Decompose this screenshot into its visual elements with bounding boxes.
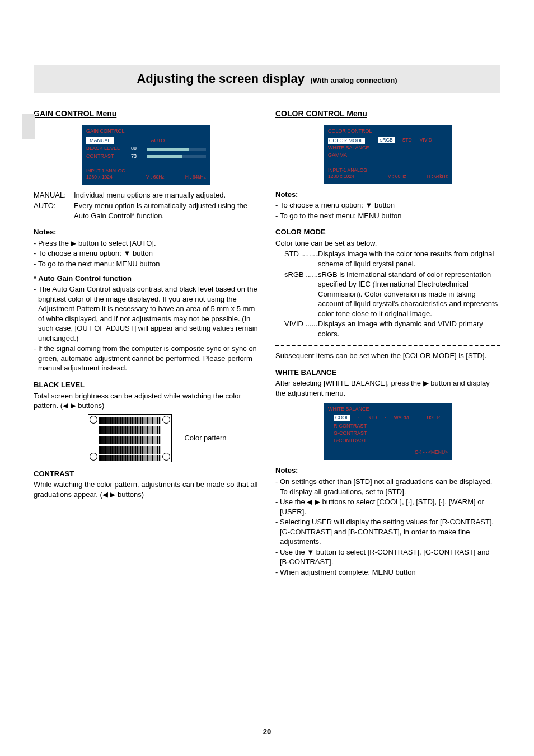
- osd-status: INPUT-1 ANALOG1280 x 1024 V : 60Hz H : 6…: [328, 167, 448, 180]
- pattern-label: Color pattern: [184, 433, 226, 443]
- list-item: When adjustment complete: MENU button: [275, 567, 500, 577]
- list-item: The Auto Gain Control adjusts contrast a…: [34, 284, 259, 343]
- agc-list: The Auto Gain Control adjusts contrast a…: [34, 284, 259, 373]
- osd-slider: [147, 155, 206, 158]
- osd-opt-cool: COOL: [334, 415, 350, 421]
- osd-opt-warm: WARM: [394, 415, 409, 421]
- dashed-separator: [275, 345, 500, 346]
- osd-tab-manual: MANUAL: [86, 137, 114, 145]
- osd-input: INPUT-1 ANALOG: [86, 168, 125, 173]
- osd-ok: OK ··· <MENU>: [328, 449, 448, 456]
- osd-gain-control: GAIN CONTROL MANUAL AUTO BLACK LEVEL 88 …: [82, 125, 210, 185]
- def-val: Individual menu options are manually adj…: [74, 190, 259, 200]
- osd-title: GAIN CONTROL: [86, 128, 206, 135]
- contrast-heading: CONTRAST: [34, 469, 259, 479]
- list-item: On settings other than [STD] not all gra…: [275, 477, 500, 496]
- osd-item-r-contrast: R-CONTRAST: [334, 423, 448, 430]
- osd-label: BLACK LEVEL: [86, 145, 131, 152]
- agc-heading: * Auto Gain Control function: [34, 274, 259, 284]
- color-mode-intro: Color tone can be set as below.: [275, 238, 500, 248]
- osd-opt-vivid: VIVID: [420, 137, 432, 143]
- white-balance-body: After selecting [WHITE BALANCE], press t…: [275, 378, 500, 398]
- list-item: Selecting USER will display the setting …: [275, 517, 500, 547]
- osd-opt-srgb: sRGB: [378, 137, 395, 143]
- osd-tabs: MANUAL AUTO: [86, 137, 206, 145]
- osd-row-contrast: CONTRAST 73: [86, 153, 206, 160]
- black-level-heading: BLACK LEVEL: [34, 380, 259, 390]
- osd-label: CONTRAST: [86, 153, 131, 160]
- def-key: AUTO:: [34, 201, 74, 220]
- notes-heading: Notes:: [275, 190, 500, 200]
- list-item: To choose a menu option: ▼ button: [275, 200, 500, 210]
- osd-item-color-mode: COLOR MODE: [328, 138, 365, 144]
- notes-heading: Notes:: [34, 227, 259, 237]
- osd-input: INPUT-1 ANALOG: [328, 167, 367, 173]
- osd-vfreq: V : 60Hz: [146, 174, 165, 180]
- list-item: sRGB ....... sRGB is international stand…: [284, 270, 500, 319]
- osd-opt-dot: ·: [358, 415, 359, 421]
- list-item: To choose a menu option: ▼ button: [34, 248, 259, 259]
- color-mode-list: STD ......... Displays image with the co…: [275, 249, 500, 339]
- osd-opt-std: STD: [402, 137, 412, 143]
- osd-title: WHITE BALANCE: [328, 406, 448, 413]
- list-item: Use the ▼ button to select [R-CONTRAST],…: [275, 547, 500, 567]
- list-item: VIVID ....... Displays an image with dyn…: [284, 319, 500, 339]
- white-balance-heading: WHITE BALANCE: [275, 368, 500, 378]
- osd-item-g-contrast: G-CONTRAST: [334, 430, 448, 437]
- black-level-body: Total screen brightness can be adjusted …: [34, 391, 259, 411]
- subsequent-note: Subsequent items can be set when the [CO…: [275, 351, 500, 361]
- color-mode-heading: COLOR MODE: [275, 227, 500, 237]
- list-item: If the signal coming from the computer i…: [34, 344, 259, 373]
- osd-res: 1280 x 1024: [86, 174, 113, 180]
- osd-vfreq: V : 60Hz: [388, 173, 406, 180]
- page-number: 20: [0, 727, 534, 736]
- osd-opt-dot: ·: [385, 415, 386, 421]
- osd-value: 73: [131, 153, 144, 160]
- document-page: Adjusting the screen display (With analo…: [0, 0, 534, 756]
- def-key: MANUAL:: [34, 190, 74, 200]
- notes-list: To choose a menu option: ▼ button To go …: [275, 200, 500, 220]
- list-item: To go to the next menu: MENU button: [34, 259, 259, 269]
- osd-tab-auto: AUTO: [148, 137, 168, 145]
- osd-title: COLOR CONTROL: [328, 128, 448, 135]
- osd-res: 1280 x 1024: [328, 173, 354, 179]
- osd-hfreq: H : 64kHz: [185, 174, 206, 180]
- list-item: Use the ◀ ▶ buttons to select [COOL], [·…: [275, 497, 500, 516]
- osd-hfreq: H : 64kHz: [427, 173, 448, 180]
- osd-wb-options: COOL · STD · WARM USER: [334, 415, 448, 421]
- osd-slider: [147, 148, 206, 151]
- wb-notes-heading: Notes:: [275, 466, 500, 476]
- def-auto: AUTO: Every menu option is automatically…: [34, 201, 259, 220]
- pattern-box: [88, 414, 172, 462]
- left-column: GAIN CONTROL Menu GAIN CONTROL MANUAL AU…: [34, 109, 259, 581]
- list-item: STD ......... Displays image with the co…: [284, 249, 500, 269]
- osd-white-balance: WHITE BALANCE COOL · STD · WARM USER R-C…: [324, 403, 452, 461]
- osd-row-black-level: BLACK LEVEL 88: [86, 145, 206, 152]
- two-column-layout: GAIN CONTROL Menu GAIN CONTROL MANUAL AU…: [34, 109, 500, 581]
- side-tab: [22, 114, 35, 139]
- def-val: Every menu option is automatically adjus…: [74, 201, 259, 220]
- osd-item-white-balance: WHITE BALANCE: [328, 145, 378, 152]
- osd-item-b-contrast: B-CONTRAST: [334, 438, 448, 444]
- def-manual: MANUAL: Individual menu options are manu…: [34, 190, 259, 200]
- osd-opt-std: STD: [367, 415, 377, 421]
- list-item: Press the ▶ button to select [AUTO].: [34, 238, 259, 248]
- contrast-body: While watching the color pattern, adjust…: [34, 480, 259, 499]
- page-title: Adjusting the screen display: [137, 72, 305, 86]
- osd-color-control: COLOR CONTROL COLOR MODE WHITE BALANCE G…: [324, 125, 452, 184]
- osd-opt-user: USER: [427, 415, 440, 421]
- color-control-heading: COLOR CONTROL Menu: [275, 109, 500, 119]
- leader-line: [170, 438, 181, 438]
- gain-control-heading: GAIN CONTROL Menu: [34, 109, 259, 119]
- osd-options: sRGB STD VIVID: [378, 137, 432, 143]
- notes-list: Press the ▶ button to select [AUTO]. To …: [34, 238, 259, 269]
- page-subtitle: (With analog connection): [310, 76, 397, 84]
- title-bar: Adjusting the screen display (With analo…: [34, 65, 500, 93]
- color-pattern-figure: Color pattern: [56, 414, 259, 462]
- list-item: To go to the next menu: MENU button: [275, 211, 500, 221]
- osd-item-gamma: GAMMA: [328, 152, 378, 159]
- osd-status: INPUT-1 ANALOG1280 x 1024 V : 60Hz H : 6…: [86, 168, 206, 180]
- right-column: COLOR CONTROL Menu COLOR CONTROL COLOR M…: [275, 109, 500, 581]
- wb-notes-list: On settings other than [STD] not all gra…: [275, 477, 500, 577]
- osd-value: 88: [131, 145, 144, 152]
